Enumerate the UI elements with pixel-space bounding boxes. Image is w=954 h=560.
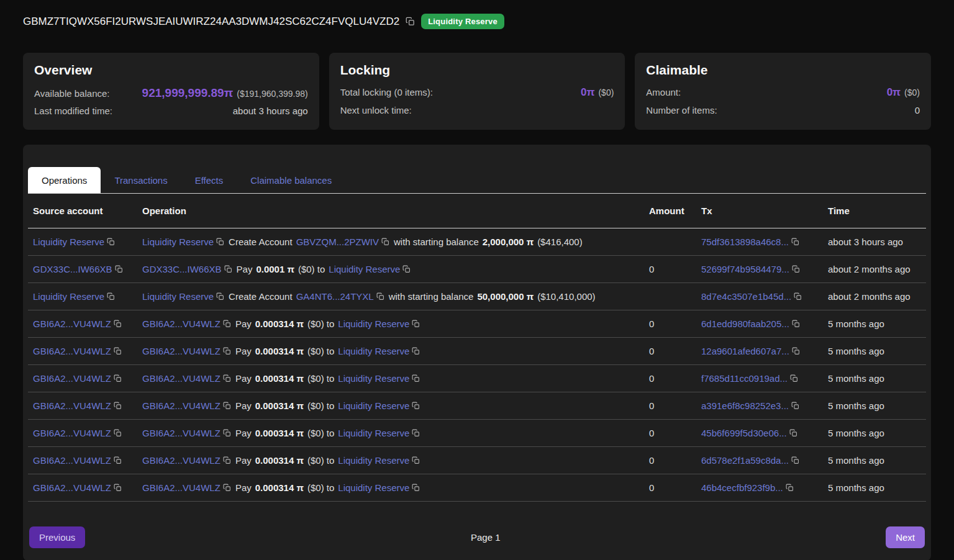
operation-account-link[interactable]: Liquidity Reserve bbox=[329, 264, 400, 274]
operation-account-link[interactable]: Liquidity Reserve bbox=[338, 428, 409, 438]
copy-icon[interactable] bbox=[794, 292, 802, 300]
copy-icon[interactable] bbox=[791, 238, 799, 246]
copy-icon[interactable] bbox=[792, 265, 800, 273]
previous-button[interactable]: Previous bbox=[29, 526, 85, 548]
copy-icon[interactable] bbox=[114, 456, 122, 464]
operation-amount: 0.000314 π bbox=[255, 428, 304, 438]
tx-link[interactable]: 75df3613898a46c8... bbox=[701, 237, 789, 247]
copy-icon[interactable] bbox=[107, 238, 115, 246]
source-account-link[interactable]: GBI6A2...VU4WLZ bbox=[33, 428, 111, 438]
operation-account-link[interactable]: GBI6A2...VU4WLZ bbox=[142, 346, 220, 356]
operation-account-link[interactable]: GBI6A2...VU4WLZ bbox=[142, 373, 220, 384]
copy-icon[interactable] bbox=[223, 429, 231, 437]
source-account-link[interactable]: GDX33C...IW66XB bbox=[33, 264, 112, 274]
copy-icon[interactable] bbox=[223, 402, 231, 410]
copy-icon[interactable] bbox=[223, 374, 231, 382]
copy-icon[interactable] bbox=[114, 429, 122, 437]
tx-link[interactable]: 12a9601afed607a7... bbox=[701, 346, 789, 356]
copy-icon[interactable] bbox=[792, 320, 800, 328]
tx-link[interactable]: 8d7e4c3507e1b45d... bbox=[701, 291, 791, 302]
operation-account-link[interactable]: Liquidity Reserve bbox=[338, 482, 409, 493]
operation-text: Pay bbox=[235, 428, 252, 438]
copy-icon[interactable] bbox=[216, 292, 224, 300]
copy-icon[interactable] bbox=[412, 484, 420, 492]
time-cell: 5 months ago bbox=[823, 392, 926, 420]
copy-icon[interactable] bbox=[115, 265, 123, 273]
operation-account-link[interactable]: Liquidity Reserve bbox=[142, 291, 214, 302]
copy-icon[interactable] bbox=[412, 320, 420, 328]
copy-icon[interactable] bbox=[114, 374, 122, 382]
copy-icon[interactable] bbox=[224, 265, 232, 273]
copy-icon[interactable] bbox=[786, 484, 794, 492]
copy-icon[interactable] bbox=[223, 320, 231, 328]
operation-account-link[interactable]: Liquidity Reserve bbox=[338, 455, 409, 466]
copy-icon[interactable] bbox=[114, 320, 122, 328]
time-cell: about 3 hours ago bbox=[823, 228, 926, 256]
operation-amount: 2,000,000 π bbox=[483, 237, 534, 247]
source-account-link[interactable]: GBI6A2...VU4WLZ bbox=[33, 318, 111, 329]
tx-link[interactable]: a391e6f8c98252e3... bbox=[701, 400, 789, 411]
copy-icon[interactable] bbox=[412, 456, 420, 464]
tab-transactions[interactable]: Transactions bbox=[101, 167, 181, 193]
source-account-link[interactable]: Liquidity Reserve bbox=[33, 237, 104, 247]
operation-account-link[interactable]: GBI6A2...VU4WLZ bbox=[142, 318, 220, 329]
source-account-link[interactable]: Liquidity Reserve bbox=[33, 291, 104, 302]
operation-account-link[interactable]: GBI6A2...VU4WLZ bbox=[142, 428, 220, 438]
tx-link[interactable]: 6d1edd980faab205... bbox=[701, 318, 789, 329]
operation-account-link[interactable]: GDX33C...IW66XB bbox=[142, 264, 222, 274]
operation-text: ($0) to bbox=[307, 346, 334, 356]
copy-icon[interactable] bbox=[789, 429, 797, 437]
operation-account-link[interactable]: GBI6A2...VU4WLZ bbox=[142, 455, 220, 466]
header-time: Time bbox=[823, 194, 926, 228]
copy-icon[interactable] bbox=[381, 238, 389, 246]
copy-icon[interactable] bbox=[791, 402, 799, 410]
copy-icon[interactable] bbox=[114, 402, 122, 410]
copy-icon[interactable] bbox=[412, 347, 420, 355]
tx-link[interactable]: 46b4cecfbf923f9b... bbox=[701, 482, 783, 493]
copy-icon[interactable] bbox=[114, 347, 122, 355]
copy-icon[interactable] bbox=[412, 374, 420, 382]
copy-icon[interactable] bbox=[376, 292, 384, 300]
source-account-link[interactable]: GBI6A2...VU4WLZ bbox=[33, 373, 111, 384]
operation-account-link[interactable]: Liquidity Reserve bbox=[338, 373, 409, 384]
tab-operations[interactable]: Operations bbox=[28, 167, 101, 193]
source-account-link[interactable]: GBI6A2...VU4WLZ bbox=[33, 346, 111, 356]
copy-icon[interactable] bbox=[790, 374, 798, 382]
tx-link[interactable]: 6d578e2f1a59c8da... bbox=[701, 455, 789, 466]
tabs: OperationsTransactionsEffectsClaimable b… bbox=[28, 167, 926, 194]
source-account-link[interactable]: GBI6A2...VU4WLZ bbox=[33, 400, 111, 411]
copy-icon[interactable] bbox=[791, 456, 799, 464]
claimable-amount-label: Amount: bbox=[646, 87, 681, 97]
tab-effects[interactable]: Effects bbox=[181, 167, 237, 193]
tx-link[interactable]: 45b6f699f5d30e06... bbox=[701, 428, 787, 438]
amount-cell: 0 bbox=[644, 392, 696, 420]
copy-icon[interactable] bbox=[792, 347, 800, 355]
operation-account-link[interactable]: GBVZQM...2PZWIV bbox=[296, 237, 379, 247]
tx-link[interactable]: f7685d11cc0919ad... bbox=[701, 373, 788, 384]
copy-icon[interactable] bbox=[406, 17, 415, 26]
copy-icon[interactable] bbox=[114, 484, 122, 492]
tx-link[interactable]: 52699f74b9584479... bbox=[701, 264, 789, 274]
copy-icon[interactable] bbox=[216, 238, 224, 246]
tab-claimable-balances[interactable]: Claimable balances bbox=[237, 167, 345, 193]
operation-account-link[interactable]: GBI6A2...VU4WLZ bbox=[142, 482, 220, 493]
copy-icon[interactable] bbox=[412, 402, 420, 410]
operation-account-link[interactable]: Liquidity Reserve bbox=[338, 318, 409, 329]
source-account-link[interactable]: GBI6A2...VU4WLZ bbox=[33, 482, 111, 493]
operation-account-link[interactable]: GA4NT6...24TYXL bbox=[296, 291, 374, 302]
source-account-link[interactable]: GBI6A2...VU4WLZ bbox=[33, 455, 111, 466]
operation-account-link[interactable]: Liquidity Reserve bbox=[142, 237, 214, 247]
operation-account-link[interactable]: Liquidity Reserve bbox=[338, 346, 409, 356]
operation-text: ($0) to bbox=[307, 318, 334, 329]
copy-icon[interactable] bbox=[223, 456, 231, 464]
operation-amount: 0.000314 π bbox=[255, 400, 304, 411]
copy-icon[interactable] bbox=[412, 429, 420, 437]
operation-account-link[interactable]: Liquidity Reserve bbox=[338, 400, 409, 411]
copy-icon[interactable] bbox=[402, 265, 411, 273]
copy-icon[interactable] bbox=[223, 347, 231, 355]
operation-account-link[interactable]: GBI6A2...VU4WLZ bbox=[142, 400, 220, 411]
copy-icon[interactable] bbox=[107, 292, 115, 300]
time-cell: 5 months ago bbox=[823, 420, 926, 447]
copy-icon[interactable] bbox=[223, 484, 231, 492]
next-button[interactable]: Next bbox=[886, 526, 925, 548]
